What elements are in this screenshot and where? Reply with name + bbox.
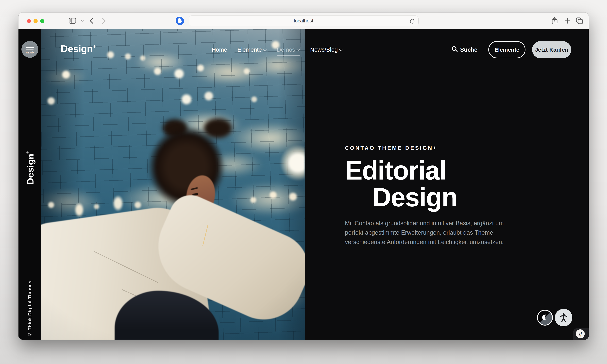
- back-icon[interactable]: [90, 18, 93, 24]
- symfony-logo: sf: [576, 329, 585, 338]
- nav-item-demos[interactable]: Demos: [277, 46, 300, 56]
- chevron-down-icon: [297, 49, 300, 51]
- left-rail: MENÜ Design+ © Think Digital Themes: [18, 29, 41, 339]
- browser-toolbar: localhost: [18, 13, 589, 29]
- share-icon[interactable]: [552, 17, 557, 25]
- site-logo[interactable]: Design+: [61, 43, 96, 54]
- chevron-down-icon: [339, 49, 342, 51]
- moon-icon: [541, 313, 549, 322]
- address-bar-url: localhost: [294, 18, 313, 24]
- hero-copy: CONTAO THEME DESIGN+ Editorial Design Mi…: [345, 145, 530, 247]
- zoom-window-button[interactable]: [40, 19, 44, 23]
- forward-icon[interactable]: [102, 18, 106, 24]
- hero-photo: [41, 29, 305, 339]
- dark-mode-toggle[interactable]: [537, 310, 553, 325]
- symfony-profiler-badge[interactable]: sf: [573, 328, 589, 339]
- sidebar-toggle-icon[interactable]: [69, 18, 76, 24]
- hero-title: Editorial Design: [345, 157, 530, 210]
- hero-paragraph: Mit Contao als grundsolider und intuitiv…: [345, 219, 517, 247]
- new-tab-icon[interactable]: [564, 18, 570, 24]
- tab-group-chevron-icon[interactable]: [80, 20, 84, 22]
- copyright-text: © Think Digital Themes: [27, 281, 33, 337]
- chevron-down-icon: [263, 49, 267, 51]
- browser-window: localhost: [18, 13, 589, 339]
- vertical-logo: Design+: [24, 151, 36, 184]
- nav-item-home[interactable]: Home: [212, 46, 227, 56]
- page-viewport: MENÜ Design+ © Think Digital Themes: [18, 29, 589, 339]
- address-bar[interactable]: localhost: [189, 15, 419, 26]
- tab-overview-icon[interactable]: [576, 17, 583, 24]
- buy-now-button[interactable]: Jetzt Kaufen: [532, 41, 571, 58]
- hero-title-line1: Editorial: [345, 156, 446, 185]
- minimize-window-button[interactable]: [34, 19, 38, 23]
- accessibility-icon: [559, 313, 568, 323]
- magnifier-icon: [452, 46, 458, 53]
- nav-item-news-blog[interactable]: News/Blog: [310, 46, 342, 56]
- site-header: Design+ Home Elemente Demos: [18, 29, 589, 70]
- search-button[interactable]: Suche: [452, 46, 478, 53]
- hero-eyebrow: CONTAO THEME DESIGN+: [345, 145, 530, 151]
- close-window-button[interactable]: [27, 19, 31, 23]
- hero-title-line2: Design: [372, 184, 530, 210]
- accessibility-button[interactable]: [555, 309, 572, 326]
- reload-icon[interactable]: [410, 18, 415, 25]
- search-label: Suche: [460, 46, 478, 53]
- content-blocker-shield-icon[interactable]: [175, 16, 184, 25]
- elemente-button[interactable]: Elemente: [488, 41, 526, 58]
- nav-item-elemente[interactable]: Elemente: [237, 46, 267, 56]
- photo-vignette: [41, 29, 305, 339]
- header-actions: Suche Elemente Jetzt Kaufen: [452, 41, 571, 58]
- main-navigation: Home Elemente Demos News/Blog: [212, 46, 342, 56]
